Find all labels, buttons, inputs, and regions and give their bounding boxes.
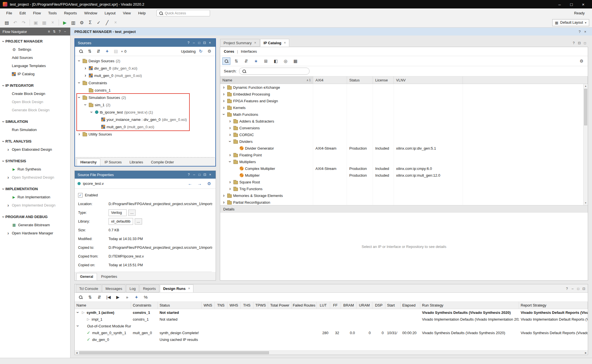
tree-item-simulation-sources[interactable]: ›Simulation Sources(2) bbox=[75, 94, 215, 101]
tab-reports[interactable]: Reports bbox=[140, 285, 159, 292]
catalog-row-math-functions[interactable]: ›Math Functions bbox=[220, 111, 588, 118]
tab-messages[interactable]: Messages bbox=[102, 285, 125, 292]
edit-icon[interactable]: ╱ bbox=[103, 19, 111, 26]
search-icon[interactable] bbox=[77, 48, 85, 55]
scrollbar-thumb[interactable] bbox=[584, 89, 587, 125]
subtab-cores[interactable]: Cores bbox=[224, 49, 234, 54]
minimize-icon[interactable]: – bbox=[570, 287, 575, 291]
help-icon[interactable]: ? bbox=[564, 287, 570, 291]
scroll-right-icon[interactable]: ▶ bbox=[584, 351, 588, 355]
layout-select[interactable]: ▦ Default Layout ▾ bbox=[552, 19, 589, 26]
tab-general[interactable]: General bbox=[76, 273, 97, 280]
chevron-open-icon[interactable]: › bbox=[77, 81, 81, 85]
catalog-row-partial-reconfiguration[interactable]: ›Partial Reconfiguration bbox=[220, 199, 588, 205]
tab-properties[interactable]: Properties bbox=[98, 273, 121, 280]
chevron-open-icon[interactable]: › bbox=[1, 159, 5, 163]
copy-icon[interactable]: ▣ bbox=[32, 19, 40, 26]
tree-item-sim-1[interactable]: ›sim_1(2) bbox=[75, 101, 215, 108]
chevron-open-icon[interactable]: › bbox=[76, 310, 80, 314]
sources-panel-header[interactable]: Sources ?–□⊡× bbox=[75, 39, 215, 47]
float-icon[interactable]: ⊡ bbox=[202, 173, 207, 177]
column-header-status[interactable]: Status bbox=[158, 302, 202, 309]
nav-section-header-ip-integrator[interactable]: ›IP INTEGRATOR bbox=[0, 81, 70, 90]
close-tab-icon[interactable]: × bbox=[254, 41, 256, 45]
chevron-open-icon[interactable]: › bbox=[77, 59, 81, 63]
enabled-checkbox[interactable]: ✓ bbox=[78, 193, 83, 197]
minimize-window-icon[interactable]: – bbox=[554, 0, 566, 8]
refresh-icon[interactable]: ↻ bbox=[197, 48, 204, 55]
column-header-whs[interactable]: WHS bbox=[227, 302, 240, 309]
nav-item-language-templates[interactable]: Language Templates bbox=[0, 62, 70, 70]
catalog-row-conversions[interactable]: ›Conversions bbox=[220, 125, 588, 131]
details-toggle-icon[interactable]: ▦ bbox=[291, 57, 299, 65]
catalog-row-complex-multiplier[interactable]: Complex MultiplierAXI4-StreamProductionI… bbox=[220, 165, 588, 172]
tab-ip-catalog[interactable]: IP Catalog× bbox=[260, 39, 289, 47]
catalog-row-dynamic-function-exchange[interactable]: ›Dynamic Function eXchange bbox=[220, 84, 588, 91]
nav-item-settings[interactable]: ⚙Settings bbox=[0, 45, 70, 54]
expand-all-icon[interactable]: ⇵ bbox=[242, 57, 250, 65]
column-header-report-strategy[interactable]: Report Strategy bbox=[519, 302, 588, 309]
collapse-all-icon[interactable]: ⇅ bbox=[232, 57, 240, 65]
column-header-vlnv[interactable]: VLNV bbox=[394, 76, 463, 84]
undo-icon[interactable]: ↶ bbox=[11, 19, 19, 26]
chevron-closed-icon[interactable]: › bbox=[6, 231, 10, 235]
catalog-search-input[interactable] bbox=[239, 68, 310, 75]
menu-reports[interactable]: Reports bbox=[61, 10, 80, 17]
chevron-open-icon[interactable]: › bbox=[83, 103, 87, 107]
nav-item-ip-catalog[interactable]: IP Catalog bbox=[0, 70, 70, 78]
column-header-license[interactable]: License bbox=[373, 76, 394, 84]
collapse-all-icon[interactable]: ⇅ bbox=[86, 48, 93, 55]
chevron-closed-icon[interactable]: › bbox=[222, 106, 226, 110]
validate-icon[interactable]: ✓ bbox=[95, 19, 103, 26]
chevron-closed-icon[interactable]: › bbox=[6, 176, 10, 179]
taxonomy-icon[interactable]: ∗ bbox=[252, 57, 260, 65]
chevron-closed-icon[interactable]: › bbox=[228, 126, 232, 130]
chevron-open-icon[interactable]: › bbox=[1, 215, 5, 219]
tab-libraries[interactable]: Libraries bbox=[126, 159, 147, 166]
menu-layout[interactable]: Layout bbox=[101, 10, 119, 17]
chevron-closed-icon[interactable]: › bbox=[228, 133, 232, 137]
help-icon[interactable]: ? bbox=[186, 41, 191, 45]
column-header-constraints[interactable]: Constraints bbox=[131, 302, 158, 309]
next-icon[interactable]: → bbox=[196, 180, 203, 187]
chevron-closed-icon[interactable]: › bbox=[228, 187, 232, 191]
chevron-open-icon[interactable]: › bbox=[228, 160, 232, 164]
float-icon[interactable]: ⊡ bbox=[581, 287, 587, 291]
maximize-icon[interactable]: □ bbox=[575, 287, 581, 291]
expand-all-icon[interactable]: ⇵ bbox=[95, 48, 102, 55]
chevron-open-icon[interactable]: › bbox=[1, 39, 5, 43]
close-icon[interactable]: × bbox=[207, 173, 213, 177]
nav-item-run-synthesis[interactable]: ▶Run Synthesis bbox=[0, 165, 70, 173]
menu-file[interactable]: File bbox=[3, 10, 16, 17]
help-icon[interactable]: ? bbox=[571, 41, 576, 45]
menu-window[interactable]: Window bbox=[81, 10, 101, 17]
chevron-open-icon[interactable]: › bbox=[76, 324, 80, 328]
flow-icon[interactable]: ▥ bbox=[69, 19, 77, 26]
chevron-open-icon[interactable]: › bbox=[77, 96, 81, 99]
column-header-ff[interactable]: FF bbox=[330, 302, 341, 309]
close-tab-icon[interactable]: × bbox=[188, 287, 190, 290]
help-icon[interactable]: ? bbox=[186, 173, 191, 177]
tree-item-constrs-1[interactable]: constrs_1 bbox=[75, 86, 215, 94]
paste-icon[interactable]: ▦ bbox=[40, 19, 48, 26]
design-runs-horizontal-scrollbar[interactable]: ◀ ▶ bbox=[75, 350, 588, 355]
column-header-tns[interactable]: TNS bbox=[215, 302, 227, 309]
menu-edit[interactable]: Edit bbox=[16, 10, 29, 17]
catalog-row-trig-functions[interactable]: ›Trig Functions bbox=[220, 185, 588, 192]
scrollbar-thumb[interactable] bbox=[79, 351, 269, 354]
nav-item-open-synthesized-design[interactable]: ›Open Synthesized Design bbox=[0, 173, 70, 181]
catalog-row-embedded-processing[interactable]: ›Embedded Processing bbox=[220, 91, 588, 97]
save-icon[interactable]: ▤ bbox=[3, 19, 11, 26]
search-icon[interactable] bbox=[77, 294, 84, 301]
chevron-closed-icon[interactable]: › bbox=[222, 194, 226, 197]
menu-view[interactable]: View bbox=[120, 10, 134, 17]
chevron-closed-icon[interactable]: › bbox=[228, 180, 232, 184]
scroll-left-icon[interactable]: ◀ bbox=[75, 351, 79, 355]
float-icon[interactable]: ⊡ bbox=[576, 41, 582, 45]
column-header-wns[interactable]: WNS bbox=[202, 302, 215, 309]
chevron-closed-icon[interactable]: › bbox=[228, 153, 232, 157]
close-window-icon[interactable]: × bbox=[577, 0, 589, 8]
tab-design-runs[interactable]: Design Runs× bbox=[160, 285, 193, 292]
nav-section-header-simulation[interactable]: ›SIMULATION bbox=[0, 117, 70, 126]
column-header-lut[interactable]: LUT bbox=[317, 302, 330, 309]
